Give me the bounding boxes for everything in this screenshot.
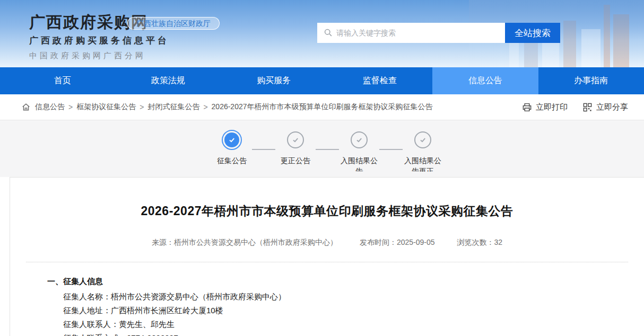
breadcrumb: 信息公告 > 框架协议征集公告 > 封闭式征集公告 > 2026-2027年梧州… xyxy=(0,94,644,120)
check-circle-icon xyxy=(414,131,431,148)
qr-share-icon xyxy=(582,102,593,112)
step-label: 征集公告 xyxy=(212,155,252,172)
printer-icon xyxy=(522,102,532,112)
progress-stepper: 征集公告 更正公告 入围结果公告 入围结果公告更正 xyxy=(212,120,443,177)
step-correction-notice[interactable]: 更正公告 xyxy=(275,130,316,172)
meta-publish-date: 发布时间：2025-09-05 xyxy=(360,238,435,247)
step-shortlist-correction[interactable]: 入围结果公告更正 xyxy=(403,130,443,172)
search-input[interactable] xyxy=(317,23,505,43)
nav-item-announcements[interactable]: 信息公告 xyxy=(432,67,538,94)
breadcrumb-separator: > xyxy=(203,103,207,111)
step-label: 入围结果公告更正 xyxy=(403,155,443,172)
home-icon[interactable] xyxy=(21,102,31,112)
step-connector xyxy=(379,149,403,150)
nav-item-purchase-services[interactable]: 购买服务 xyxy=(221,67,327,94)
article-meta: 来源：梧州市公共资源交易中心（梧州市政府采购中心） 发布时间：2025-09-0… xyxy=(10,238,644,247)
article-title: 2026-2027年梧州市市本级预算单位印刷服务框架协议采购征集公告 xyxy=(10,203,644,219)
share-label: 立即分享 xyxy=(596,102,628,112)
step-connector xyxy=(252,149,275,150)
collector-address-line: 征集人地址：广西梧州市长洲区红岭大厦10楼 xyxy=(10,306,644,314)
search-button[interactable]: 全站搜索 xyxy=(505,23,560,43)
article-body: 一、征集人信息 征集人名称：梧州市公共资源交易中心（梧州市政府采购中心） 征集人… xyxy=(10,277,644,336)
site-tagline: 中国政府采购网广西分网 xyxy=(29,51,169,61)
step-collection-notice[interactable]: 征集公告 xyxy=(212,130,252,172)
meta-source: 来源：梧州市公共资源交易中心（梧州市政府采购中心） xyxy=(152,238,337,247)
check-circle-icon xyxy=(287,131,304,148)
collector-phone-line: 征集人联系方式：0774-2822337 xyxy=(10,334,644,336)
step-label: 更正公告 xyxy=(275,155,316,172)
meta-view-count: 浏览次数：32 xyxy=(457,238,503,247)
nav-item-guide[interactable]: 办事指南 xyxy=(538,67,644,94)
step-shortlist-result[interactable]: 入围结果公告 xyxy=(339,130,379,172)
collector-name-line: 征集人名称：梧州市公共资源交易中心（梧州市政府采购中心） xyxy=(10,293,644,300)
search-icon xyxy=(324,28,333,37)
site-subtitle: 广西政府购买服务信息平台 xyxy=(29,34,169,47)
page: 广西政府采购网 广西政府购买服务信息平台 中国政府采购网广西分网 广西壮族自治区… xyxy=(0,0,644,336)
breadcrumb-item-closed-notices[interactable]: 封闭式征集公告 xyxy=(147,102,199,112)
check-circle-icon xyxy=(224,132,239,147)
print-label: 立即打印 xyxy=(536,102,568,112)
collector-contact-person-line: 征集人联系人：黄先生、邱先生 xyxy=(10,320,644,328)
search-box xyxy=(317,23,505,43)
breadcrumb-separator: > xyxy=(140,103,144,111)
main-nav: 首页 政策法规 购买服务 监督检查 信息公告 办事指南 xyxy=(0,67,644,94)
page-actions: 立即打印 立即分享 xyxy=(522,102,628,112)
step-connector xyxy=(316,149,339,150)
nav-item-home[interactable]: 首页 xyxy=(10,67,115,94)
breadcrumb-item-framework-notices[interactable]: 框架协议征集公告 xyxy=(76,102,136,112)
article-card: 2026-2027年梧州市市本级预算单位印刷服务框架协议采购征集公告 来源：梧州… xyxy=(10,177,644,336)
breadcrumb-separator: > xyxy=(68,103,73,111)
site-header: 广西政府采购网 广西政府购买服务信息平台 中国政府采购网广西分网 广西壮族自治区… xyxy=(0,0,644,67)
progress-steps-zone: 征集公告 更正公告 入围结果公告 入围结果公告更正 xyxy=(0,120,644,177)
step-label: 入围结果公告 xyxy=(339,155,379,172)
breadcrumb-item-announcements[interactable]: 信息公告 xyxy=(35,102,65,112)
share-button[interactable]: 立即分享 xyxy=(582,102,628,112)
search-bar: 全站搜索 xyxy=(317,23,560,43)
nav-item-policies[interactable]: 政策法规 xyxy=(115,67,221,94)
dotted-divider xyxy=(26,262,628,262)
breadcrumb-item-current: 2026-2027年梧州市市本级预算单位印刷服务框架协议采购征集公告 xyxy=(212,102,433,112)
nav-item-supervision[interactable]: 监督检查 xyxy=(327,67,432,94)
print-button[interactable]: 立即打印 xyxy=(522,102,568,112)
section-title: 一、征集人信息 xyxy=(10,277,644,287)
check-circle-icon xyxy=(351,131,368,148)
org-badge: 广西壮族自治区财政厅 xyxy=(127,17,220,30)
